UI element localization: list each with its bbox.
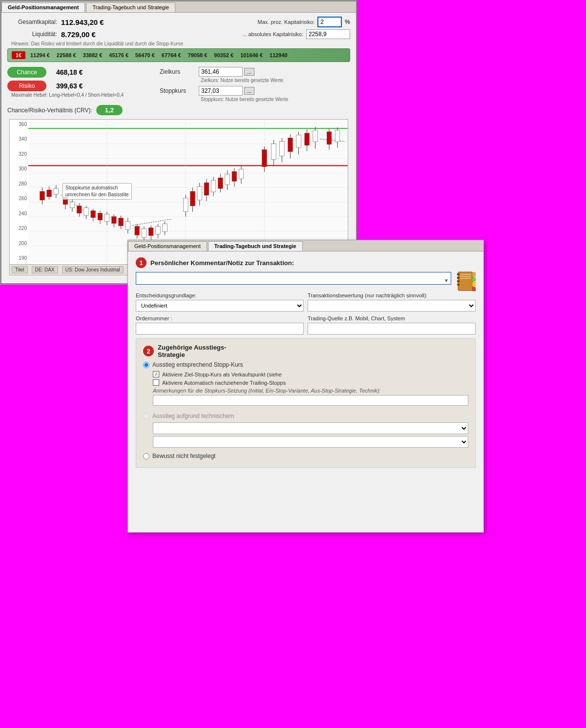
ordernummer-group: Ordernummer :	[136, 315, 304, 334]
risiko-value: 399,63 €	[56, 82, 83, 90]
section2-title: Zugehörige Ausstiegs- Strategie	[158, 344, 226, 358]
stoppkurs-input[interactable]	[199, 86, 243, 96]
capital-bar-values: 11294 € 22588 € 33882 € 45176 € 56470 € …	[30, 52, 288, 58]
ordernummer-label: Ordernummer :	[136, 315, 304, 321]
entscheidung-label: Entscheidungsgrundlage:	[136, 292, 304, 298]
chart-annotation: Stoppkurse automatischumrechnen für den …	[63, 183, 132, 200]
zielkurs-hint: Zielkurs: Nutze bereits gesetzte Werte	[201, 78, 350, 83]
svg-rect-15	[40, 191, 44, 200]
checkbox2[interactable]	[153, 379, 159, 386]
radio1-input[interactable]	[143, 362, 149, 368]
max-risiko-input[interactable]	[317, 17, 342, 27]
checkbox1-label: Aktiviere Ziel-Stopp-Kurs als Verkaufspu…	[162, 372, 282, 377]
liquiditaet-label: Liquidität:	[7, 31, 61, 38]
svg-rect-34	[105, 214, 109, 222]
checkbox2-label: Aktiviere Automatisch nachziehende Trail…	[162, 380, 286, 386]
crv-badge: 1,2	[96, 105, 123, 115]
svg-rect-26	[77, 206, 82, 213]
section2-number: 2	[143, 346, 154, 356]
chart-y-labels: 360 340 320 300 280 260 240 220 200 190	[10, 120, 28, 263]
checkbox1-row: ✓ Aktiviere Ziel-Stopp-Kurs als Verkaufs…	[153, 371, 468, 377]
svg-rect-51	[163, 224, 167, 232]
svg-rect-53	[184, 198, 188, 212]
svg-rect-19	[54, 188, 58, 194]
panel-tagebuch: 1 Persönlicher Kommentar/Notiz zur Trans…	[128, 251, 483, 532]
svg-rect-36	[112, 217, 116, 224]
gesamtkapital-value: 112.943,20 €	[61, 18, 120, 26]
bewertung-select[interactable]	[308, 300, 476, 312]
svg-rect-65	[225, 174, 230, 185]
radio1-label: Ausstieg entsprechend Stopp-Kurs	[152, 361, 243, 368]
abs-risiko-label: ... absolutes Kapitalrisiko:	[242, 31, 303, 37]
bewertung-group: Transaktionsbewertung (nur nachträglich …	[308, 292, 476, 312]
ordernummer-input[interactable]	[136, 323, 304, 334]
tab-geld[interactable]: Geld-Positionsmanagement	[1, 2, 85, 12]
hint-text: Hinweis: Das Risiko wird limitiert durch…	[7, 41, 350, 46]
chance-value: 468,18 €	[56, 68, 83, 76]
svg-rect-83	[313, 130, 317, 142]
entscheidung-group: Entscheidungsgrundlage: Undefiniert	[136, 292, 304, 312]
entscheidung-select[interactable]: Undefiniert	[136, 300, 304, 312]
svg-rect-75	[280, 142, 284, 156]
chance-button[interactable]: Chance	[7, 67, 46, 78]
svg-rect-24	[70, 202, 74, 208]
anmerkungen-label: Anmerkungen für die Stopkurs-Setzung (In…	[153, 388, 468, 394]
quelle-label: Trading-Quelle z.B. Mobil, Chart, System	[308, 315, 476, 321]
svg-rect-61	[211, 180, 215, 192]
svg-rect-43	[135, 227, 139, 235]
svg-rect-47	[148, 228, 153, 235]
quelle-group: Trading-Quelle z.B. Mobil, Chart, System	[308, 315, 476, 334]
svg-rect-81	[305, 133, 309, 146]
abs-risiko-input[interactable]	[306, 29, 350, 39]
svg-rect-30	[91, 211, 95, 218]
risiko-button[interactable]: Risiko	[7, 81, 46, 91]
svg-rect-32	[98, 213, 102, 220]
second-window: Geld-Positionsmanagement Trading-Tagebuc…	[127, 240, 484, 533]
chart-title-btn[interactable]: Titel	[12, 266, 28, 273]
svg-rect-79	[296, 135, 301, 148]
section1-header: 1 Persönlicher Kommentar/Notiz zur Trans…	[136, 257, 476, 268]
radio2-label: Ausstieg aufgrund technischem	[152, 413, 234, 419]
svg-rect-77	[288, 138, 293, 152]
form-row-1: Entscheidungsgrundlage: Undefiniert Tran…	[136, 292, 476, 312]
chart-dax-btn[interactable]: DE: DAX	[32, 266, 58, 273]
section1-number: 1	[136, 257, 146, 268]
anmerkungen-input[interactable]	[153, 395, 468, 406]
svg-rect-86	[327, 132, 331, 145]
tab-bar-tagebuch: Geld-Positionsmanagement Trading-Tagebuc…	[128, 240, 483, 251]
svg-rect-57	[197, 187, 202, 200]
zielkurs-input[interactable]	[199, 67, 243, 77]
radio3-input[interactable]	[143, 453, 149, 459]
svg-rect-40	[126, 222, 130, 230]
svg-rect-45	[142, 229, 146, 237]
zielkurs-btn[interactable]: ...	[244, 68, 254, 76]
radio2-row: Ausstieg aufgrund technischem	[143, 413, 468, 419]
hebel-text: Maximale Hebel: Long-Hebel<0,4 / Short-H…	[11, 92, 154, 98]
stoppkurs-btn[interactable]: ...	[244, 87, 254, 95]
radio3-label: Bewusst nicht festgelegt	[152, 453, 215, 459]
tech-select-2[interactable]	[153, 436, 468, 448]
gesamtkapital-label: Gesamtkapital:	[7, 19, 61, 25]
kommentar-input[interactable]	[136, 272, 451, 285]
svg-rect-59	[204, 183, 209, 195]
svg-rect-49	[156, 227, 160, 234]
tab-tagebuch-active[interactable]: Trading-Tagebuch und Strategie	[208, 241, 303, 251]
svg-rect-17	[47, 190, 51, 197]
tab-geld-second[interactable]: Geld-Positionsmanagement	[128, 241, 207, 251]
quelle-input[interactable]	[308, 323, 476, 334]
tab-tagebuch-inactive[interactable]: Trading-Tagebuch und Strategie	[86, 2, 175, 12]
tech-select-1[interactable]	[153, 422, 468, 434]
svg-rect-55	[190, 191, 195, 206]
svg-rect-67	[232, 171, 236, 181]
tab-bar-main: Geld-Positionsmanagement Trading-Tagebuc…	[1, 1, 356, 13]
checkbox1[interactable]: ✓	[153, 371, 159, 377]
section2: 2 Zugehörige Ausstiegs- Strategie Aussti…	[136, 338, 476, 468]
radio2-input[interactable]	[143, 413, 149, 419]
chart-dow-btn[interactable]: US: Dow Jones Industrial	[62, 266, 124, 273]
bewertung-label: Transaktionsbewertung (nur nachträglich …	[308, 292, 476, 298]
checkbox2-row: Aktiviere Automatisch nachziehende Trail…	[153, 379, 468, 386]
risiko-unit: %	[345, 19, 350, 25]
section2-header: 2 Zugehörige Ausstiegs- Strategie	[143, 344, 468, 358]
svg-rect-28	[84, 208, 88, 216]
section1-title: Persönlicher Kommentar/Notiz zur Transak…	[150, 259, 294, 267]
